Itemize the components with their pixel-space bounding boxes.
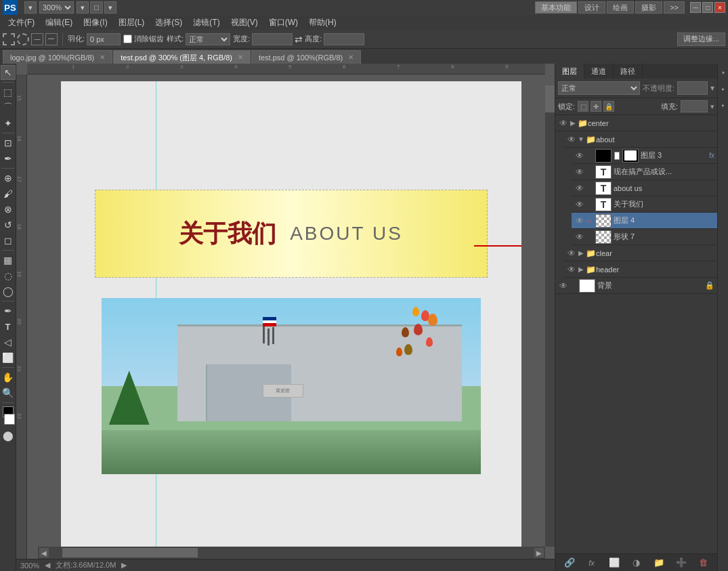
paths-tab[interactable]: 路径 <box>614 64 643 79</box>
layer-eye-shape7[interactable]: 👁 <box>574 232 585 242</box>
delete-layer-btn[interactable]: 🗑 <box>697 556 710 570</box>
fill-arrow[interactable]: ▾ <box>710 102 714 111</box>
workspace-basic-btn[interactable]: 基本功能 <box>535 1 577 14</box>
link-layers-btn[interactable]: 🔗 <box>563 556 576 570</box>
blend-mode-select[interactable]: 正常溶解正片叠底 <box>558 81 640 95</box>
layer-eye-about[interactable]: 👁 <box>566 134 577 145</box>
hscroll-left-btn[interactable]: ◀ <box>39 548 49 557</box>
layer-item-center[interactable]: 👁 ▶ 📁 center <box>555 115 717 131</box>
canvas-vscroll-thumb[interactable] <box>545 85 555 112</box>
hand-tool[interactable]: ✋ <box>1 370 16 385</box>
layer-eye-header[interactable]: 👁 <box>566 264 577 275</box>
nav-next[interactable]: ▶ <box>121 561 127 570</box>
side-mini-btn1[interactable]: ▾ <box>719 65 728 80</box>
layer-eye-background[interactable]: 👁 <box>558 280 569 291</box>
fill-input[interactable]: 100% <box>681 100 708 112</box>
side-mini-btn3[interactable]: ▸ <box>719 98 728 112</box>
new-group-btn[interactable]: 📁 <box>652 556 666 570</box>
lock-all-btn[interactable]: 🔒 <box>603 101 614 112</box>
layer-item-background[interactable]: 👁 背景 🔒 <box>555 278 717 294</box>
view-mode-btn[interactable]: ▾ <box>77 1 89 14</box>
background-color[interactable] <box>4 414 15 425</box>
canvas-inner[interactable]: 关于我们 ABOUT US <box>27 75 555 559</box>
move-tool[interactable]: ↖ <box>1 65 16 80</box>
extras-btn[interactable]: ▾ <box>104 1 116 14</box>
layer-item-text1[interactable]: 👁 T 现在搞产品或设... <box>572 164 717 180</box>
canvas-vertical-scrollbar[interactable] <box>545 85 555 547</box>
height-input[interactable] <box>324 33 364 45</box>
layer-eye-chinese[interactable]: 👁 <box>574 199 585 210</box>
layer-eye-center[interactable]: 👁 <box>558 118 569 129</box>
layer-item-shape7[interactable]: 👁 形状 7 <box>572 229 717 245</box>
menu-select[interactable]: 选择(S) <box>150 15 188 30</box>
eraser-tool[interactable]: ◻ <box>1 233 16 248</box>
marquee-ellipse-option[interactable] <box>17 33 29 45</box>
tab-close-test100[interactable]: ✕ <box>348 51 354 64</box>
side-mini-btn2[interactable]: ▸ <box>719 81 728 96</box>
layer-item-chinese-text[interactable]: 👁 T 关于我们 <box>572 196 717 213</box>
clone-tool[interactable]: ⊗ <box>1 202 16 217</box>
file-dropdown[interactable]: ▾ <box>24 1 37 14</box>
width-input[interactable] <box>252 33 293 45</box>
layer-eye-layer4[interactable]: 👁 <box>574 215 585 226</box>
lock-pixels-btn[interactable]: ⬚ <box>578 101 588 112</box>
crop-tool[interactable]: ⊡ <box>1 135 16 150</box>
menu-filter[interactable]: 滤镜(T) <box>188 15 225 30</box>
pen-tool[interactable]: ✒ <box>1 303 16 318</box>
layer-item-layer3[interactable]: 👁 图层 3 fx <box>572 148 717 164</box>
layers-tab[interactable]: 图层 <box>555 64 584 79</box>
dodge-tool[interactable]: ◯ <box>1 284 16 299</box>
nav-prev[interactable]: ◀ <box>45 561 50 570</box>
feather-input[interactable] <box>87 33 121 45</box>
workspace-photo-btn[interactable]: 摄影 <box>635 1 662 14</box>
gradient-tool[interactable]: ▦ <box>1 253 16 268</box>
adjust-edge-btn[interactable]: 调整边缘... <box>677 33 725 46</box>
tab-test-100[interactable]: test.psd @ 100%(RGB/8) ✕ <box>251 50 361 64</box>
spot-heal-tool[interactable]: ⊕ <box>1 171 16 186</box>
menu-window[interactable]: 窗口(W) <box>263 15 303 30</box>
text-tool[interactable]: T <box>1 319 16 334</box>
workspace-design-btn[interactable]: 设计 <box>578 1 605 14</box>
hscroll-thumb[interactable] <box>62 548 198 557</box>
canvas-horizontal-scrollbar[interactable]: ◀ ▶ <box>38 547 545 559</box>
layer-eye-clear[interactable]: 👁 <box>566 248 577 259</box>
path-select-tool[interactable]: ◁ <box>1 335 16 350</box>
add-mask-btn[interactable]: ⬜ <box>607 556 621 570</box>
screen-mode-btn[interactable]: □ <box>90 1 103 14</box>
layer-expand-center[interactable]: ▶ <box>569 118 577 129</box>
menu-image[interactable]: 图像(I) <box>78 15 112 30</box>
marquee-row-option[interactable]: — <box>31 33 43 45</box>
tab-close-logo[interactable]: ✕ <box>100 51 105 64</box>
new-layer-btn[interactable]: ➕ <box>675 556 688 570</box>
lasso-tool[interactable]: ⌒ <box>1 100 16 115</box>
workspace-paint-btn[interactable]: 绘画 <box>607 1 634 14</box>
channels-tab[interactable]: 通道 <box>584 64 614 79</box>
menu-file[interactable]: 文件(F) <box>3 15 40 30</box>
zoom-select[interactable]: 300%100%200%400% <box>39 1 74 14</box>
menu-layer[interactable]: 图层(L) <box>113 15 150 30</box>
layer-expand-header[interactable]: ▶ <box>577 264 585 275</box>
layer-expand-about[interactable]: ▼ <box>577 134 585 145</box>
shape-tool[interactable]: ⬜ <box>1 350 16 365</box>
marquee-rect-option[interactable] <box>3 33 15 45</box>
layer-expand-clear[interactable]: ▶ <box>577 248 585 259</box>
layer-item-layer4[interactable]: 👁 → 图层 4 <box>572 213 717 229</box>
layer-eye-text1[interactable]: 👁 <box>574 167 585 177</box>
layer-item-about-us[interactable]: 👁 T about us <box>572 180 717 196</box>
hscroll-right-btn[interactable]: ▶ <box>534 548 544 557</box>
tab-logo[interactable]: logo.jpg @ 100%(RGB/8) ✕ <box>3 50 112 64</box>
style-select[interactable]: 正常固定比例固定大小 <box>186 33 230 45</box>
restore-btn[interactable]: □ <box>702 2 713 13</box>
opacity-input[interactable]: 100% <box>677 81 708 95</box>
add-style-btn[interactable]: fx <box>585 556 599 570</box>
history-brush-tool[interactable]: ↺ <box>1 217 16 232</box>
brush-tool[interactable]: 🖌 <box>1 186 16 201</box>
menu-edit[interactable]: 编辑(E) <box>40 15 78 30</box>
wand-tool[interactable]: ✦ <box>1 116 16 131</box>
eyedropper-tool[interactable]: ✒ <box>1 151 16 166</box>
marquee-tool[interactable]: ⬚ <box>1 85 16 100</box>
minimize-btn[interactable]: ─ <box>690 2 701 13</box>
marquee-col-option[interactable]: | <box>45 33 58 45</box>
tab-close-test300[interactable]: ✕ <box>238 51 243 64</box>
close-btn[interactable]: × <box>714 2 725 13</box>
